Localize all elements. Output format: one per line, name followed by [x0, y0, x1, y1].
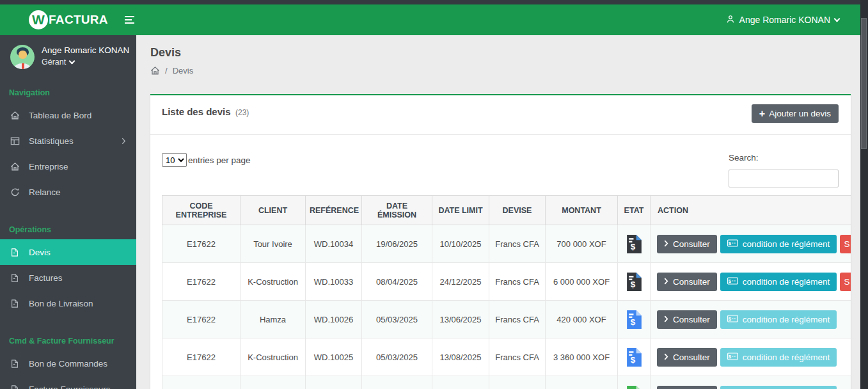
- plus-icon: +: [759, 109, 765, 118]
- home-icon: [10, 111, 20, 120]
- table-row: E17622HamzaWD.1002605/03/202513/06/2025F…: [162, 301, 851, 338]
- condition-reglement-button[interactable]: $condition de réglément: [720, 348, 837, 367]
- cell-date_emission: 19/06/2025: [362, 225, 432, 263]
- column-header-date-emission: DATE ÉMISSION: [362, 196, 432, 225]
- consulter-button[interactable]: Consulter: [657, 386, 717, 389]
- page-header: Devis / Devis: [136, 35, 860, 75]
- add-devis-button[interactable]: + Ajouter un devis: [752, 104, 839, 123]
- topbar-user-menu[interactable]: Ange Romaric KONAN: [726, 15, 839, 26]
- cell-code: E17622: [162, 338, 241, 376]
- devis-table-wrap: CODE ENTREPRISECLIENTREFÉRENCEDATE ÉMISS…: [162, 195, 851, 389]
- chevron-right-icon: [664, 353, 668, 362]
- chevron-right-icon: [664, 239, 668, 249]
- entries-per-page-label: entries per page: [188, 155, 251, 165]
- top-strip: [0, 0, 868, 4]
- breadcrumb-current: Devis: [173, 66, 194, 75]
- consulter-button[interactable]: Consulter: [657, 310, 717, 329]
- vertical-scrollbar[interactable]: [860, 0, 868, 389]
- column-header-code-entreprise: CODE ENTREPRISE: [162, 196, 241, 225]
- cell-date_limit: 24/03/2025: [432, 376, 489, 389]
- file-icon: [10, 385, 20, 389]
- cell-action: Consulter$condition de réglémentS: [651, 225, 851, 263]
- search-input[interactable]: [729, 170, 839, 187]
- column-header-date-limit: DATE LIMIT: [432, 196, 489, 225]
- sidebar-item-label: Relance: [29, 187, 61, 197]
- cell-date_limit: 24/12/2025: [432, 263, 489, 301]
- cell-etat: $: [618, 225, 651, 263]
- supprimer-button[interactable]: S: [840, 273, 851, 291]
- page-title: Devis: [150, 46, 860, 59]
- home-icon[interactable]: [150, 66, 160, 75]
- sidebar-item-bon-de-commandes[interactable]: Bon de Commandes: [0, 351, 136, 376]
- sidebar-toggle-icon[interactable]: [125, 16, 134, 24]
- sidebar-item-relance[interactable]: Relance: [0, 179, 136, 205]
- sidebar-item-label: Statistiques: [29, 136, 74, 146]
- entries-per-page: 10 entries per page: [162, 153, 251, 167]
- consulter-button[interactable]: Consulter: [657, 235, 717, 253]
- sidebar-section-label: Opérations: [0, 205, 136, 239]
- sidebar-nav: NavigationTableau de BordStatistiquesEnt…: [0, 77, 136, 389]
- search-box: Search:: [729, 153, 839, 187]
- cell-reference: WD.10034: [306, 225, 362, 263]
- cell-montant: 420 000 XOF: [546, 301, 618, 338]
- invoice-dollar-icon: $: [627, 310, 642, 329]
- sidebar-item-label: Tableau de Bord: [29, 111, 91, 120]
- cell-montant: 375 000 XOF: [546, 376, 618, 389]
- svg-text:$: $: [630, 280, 635, 289]
- app-logo[interactable]: W FACTURA: [0, 10, 108, 29]
- chevron-right-icon: [664, 315, 668, 324]
- file-icon: [10, 273, 20, 283]
- sidebar-user-name: Ange Romaric KONAN: [42, 45, 129, 56]
- condition-reglement-button[interactable]: $condition de réglément: [720, 273, 837, 291]
- sidebar-item-statistiques[interactable]: Statistiques: [0, 128, 136, 154]
- top-navbar: W FACTURA Ange Romaric KONAN: [0, 4, 868, 35]
- cell-client: Tour Ivoire: [241, 376, 306, 389]
- scrollbar-thumb[interactable]: [861, 18, 867, 149]
- consulter-button[interactable]: Consulter: [657, 348, 717, 367]
- money-check-icon: $: [727, 239, 738, 249]
- cell-code: E17622: [162, 376, 241, 389]
- cell-client: K-Costruction: [241, 338, 306, 376]
- file-icon: [10, 248, 20, 257]
- sidebar-section-label: Cmd & Facture Fournisseur: [0, 316, 136, 351]
- entries-per-page-select[interactable]: 10: [162, 153, 187, 167]
- condition-reglement-button[interactable]: $condition de réglément: [720, 235, 837, 253]
- sidebar-item-factures[interactable]: Factures: [0, 265, 136, 290]
- column-header-action: ACTION: [651, 196, 851, 225]
- cell-etat: $: [618, 301, 651, 338]
- svg-text:$: $: [729, 316, 731, 321]
- invoice-dollar-icon: $: [627, 273, 642, 291]
- cell-date_limit: 13/06/2025: [432, 301, 489, 338]
- cell-reference: WD.10033: [306, 263, 362, 301]
- sidebar-item-facture-fournisseurs[interactable]: Facture Fournisseurs: [0, 376, 136, 389]
- cell-client: K-Costruction: [241, 263, 306, 301]
- invoice-dollar-icon: $: [627, 235, 642, 253]
- consulter-button[interactable]: Consulter: [657, 273, 717, 291]
- cell-montant: 700 000 XOF: [546, 225, 618, 263]
- sidebar-item-entreprise[interactable]: Entreprise: [0, 154, 136, 179]
- sidebar-user-role[interactable]: Gérant: [42, 58, 129, 67]
- cell-client: Hamza: [241, 301, 306, 338]
- cell-code: E17622: [162, 263, 241, 301]
- condition-reglement-button[interactable]: $condition de réglément: [720, 310, 837, 329]
- table-row: E17622Tour IvoireWD.1002304/04/202524/03…: [162, 376, 851, 389]
- column-header-reference: REFÉRENCE: [306, 196, 362, 225]
- cell-action: Consulter$condition de réglément: [651, 376, 851, 389]
- table-row: E17622K-CostructionWD.1003308/04/202524/…: [162, 263, 851, 301]
- table-controls: 10 entries per page Search:: [150, 135, 851, 187]
- svg-text:$: $: [630, 355, 635, 365]
- cell-date_emission: 08/04/2025: [362, 263, 432, 301]
- cell-devise: Francs CFA: [489, 225, 546, 263]
- supprimer-button[interactable]: S: [840, 235, 851, 253]
- home-icon: [10, 162, 20, 171]
- sidebar-item-bon-de-livraison[interactable]: Bon de Livraison: [0, 290, 136, 316]
- card-title: Liste des devis: [162, 106, 231, 117]
- cell-montant: 6 000 000 XOF: [546, 263, 618, 301]
- sidebar-item-devis[interactable]: Devis: [0, 239, 136, 265]
- svg-text:$: $: [729, 278, 731, 283]
- sidebar-item-tableau-de-bord[interactable]: Tableau de Bord: [0, 102, 136, 128]
- cell-client: Tour Ivoire: [241, 225, 306, 263]
- column-header-client: CLIENT: [241, 196, 306, 225]
- cell-etat: $: [618, 376, 651, 389]
- condition-reglement-button[interactable]: $condition de réglément: [720, 386, 837, 389]
